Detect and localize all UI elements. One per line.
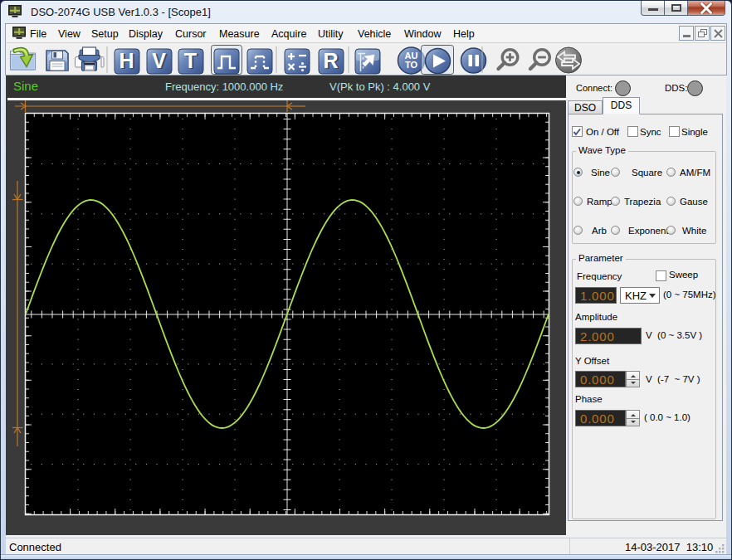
svg-text:V: V xyxy=(152,49,166,72)
svg-text:H: H xyxy=(119,49,134,72)
svg-text:R: R xyxy=(323,49,338,72)
svg-text:T: T xyxy=(184,49,197,72)
svg-text:TO: TO xyxy=(405,60,418,70)
